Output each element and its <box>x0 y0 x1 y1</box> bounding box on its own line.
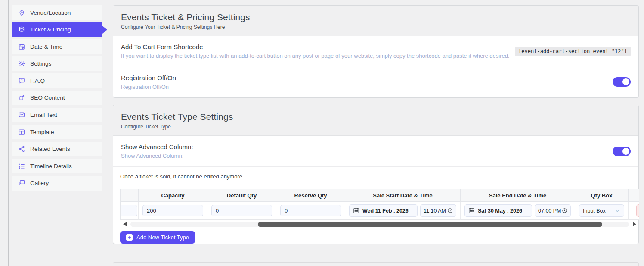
sidebar-item-label: Email Text <box>30 112 57 118</box>
shortcode-row: Add To Cart Form Shortcode If you want t… <box>113 36 638 66</box>
sale-end-time-picker[interactable]: 07:00 PM <box>535 204 571 217</box>
ticket-type-panel-title: Events Ticket Type Settings <box>121 112 631 122</box>
registration-label: Registration Off/On <box>121 74 176 81</box>
toggle-knob <box>622 78 629 85</box>
ticket-type-panel-header: Events Ticket Type Settings Configure Ti… <box>113 105 638 136</box>
table-horizontal-scrollbar <box>120 222 639 227</box>
sidebar-item-label: Template <box>30 129 54 135</box>
capacity-input[interactable] <box>142 205 203 216</box>
ticket-type-table: Capacity Default Qty Reserve Qty Sale St… <box>120 189 639 220</box>
sidebar-item-venue-location[interactable]: Venue/Location <box>12 5 102 20</box>
sale-start-date-value: Wed 11 Feb , 2026 <box>362 208 409 214</box>
sidebar-item-label: Date & Time <box>30 44 62 50</box>
sidebar-item-seo-content[interactable]: SEO Content <box>12 91 102 105</box>
sidebar-item-label: Gallery <box>30 180 49 186</box>
ticket-sold-note: Once a ticket is sold, it cannot be edit… <box>120 173 638 180</box>
pricing-panel-header: Events Ticket & Pricing Settings Configu… <box>113 6 638 36</box>
sidebar-item-gallery[interactable]: Gallery <box>12 176 102 191</box>
advanced-column-row: Show Advanced Column: Show Advanced Colu… <box>113 136 638 167</box>
cell-reserve-qty <box>276 202 345 220</box>
sidebar-item-ticket-pricing[interactable]: Ticket & Pricing <box>12 22 102 37</box>
shortcode-labels: Add To Cart Form Shortcode If you want t… <box>121 43 510 59</box>
calendar-icon <box>468 207 475 214</box>
cell-sale-start: Wed 11 Feb , 2026 11:10 AM <box>345 202 461 220</box>
column-header-capacity: Capacity <box>139 189 207 202</box>
sale-start-time-picker[interactable]: 11:10 AM <box>420 204 456 217</box>
ticket-type-panel-subtitle: Configure Ticket Type <box>121 124 631 130</box>
sidebar-item-faq[interactable]: ? F.A.Q <box>12 73 102 88</box>
coins-icon <box>18 26 25 33</box>
clock-icon <box>562 208 567 213</box>
sidebar-item-timeline-details[interactable]: Timeline Details <box>12 159 102 173</box>
sidebar-item-label: Venue/Location <box>30 9 71 16</box>
add-button-label: Add New Ticket Type <box>136 234 189 241</box>
cell-qty-box: Input Box <box>575 202 629 220</box>
sidebar-item-label: Ticket & Pricing <box>30 26 71 33</box>
column-header-sale-start: Sale Start Date & Time <box>345 189 461 202</box>
qty-box-selected-value: Input Box <box>583 208 606 214</box>
pricing-panel-title: Events Ticket & Pricing Settings <box>121 12 631 22</box>
calendar-icon <box>353 207 359 214</box>
sidebar-item-related-events[interactable]: Related Events <box>12 142 102 156</box>
envelope-icon <box>18 111 25 119</box>
admin-rail <box>0 0 9 266</box>
gear-icon <box>18 60 25 67</box>
registration-row: Registration Off/On Registration Off/On <box>113 66 638 97</box>
clipped-ticket-input[interactable] <box>121 205 137 216</box>
next-panel-top-edge <box>113 262 639 266</box>
column-header-qty-box: Qty Box <box>575 189 629 202</box>
advanced-column-description: Show Advanced Column: <box>121 153 193 159</box>
sale-start-time-value: 11:10 AM <box>424 208 446 214</box>
advanced-column-labels: Show Advanced Column: Show Advanced Colu… <box>121 143 193 159</box>
sidebar-item-label: SEO Content <box>30 94 65 101</box>
share-network-icon <box>18 145 25 153</box>
plus-icon <box>126 234 133 241</box>
scroll-right-arrow[interactable] <box>633 222 636 226</box>
sidebar-item-label: F.A.Q <box>30 78 45 84</box>
sidebar-item-date-time[interactable]: Date & Time <box>12 39 102 54</box>
advanced-column-label: Show Advanced Column: <box>121 143 193 150</box>
scroll-left-arrow[interactable] <box>123 222 127 226</box>
photo-stack-icon <box>18 179 25 187</box>
pricing-settings-panel: Events Ticket & Pricing Settings Configu… <box>113 5 639 98</box>
ticket-table-zone: Once a ticket is sold, it cannot be edit… <box>113 167 638 244</box>
cell-sale-end: Sat 30 May , 2026 07:00 PM <box>461 202 575 220</box>
svg-text:?: ? <box>21 79 23 82</box>
column-header-clipped <box>121 189 139 202</box>
sale-end-time-value: 07:00 PM <box>538 208 561 214</box>
toggle-knob <box>622 148 629 155</box>
cell-default-qty <box>207 202 276 220</box>
sale-end-date-picker[interactable]: Sat 30 May , 2026 <box>464 204 532 217</box>
sale-end-date-value: Sat 30 May , 2026 <box>478 208 522 214</box>
sidebar-item-template[interactable]: Template <box>12 125 102 139</box>
seo-pen-icon <box>18 94 25 101</box>
delete-ticket-button-clipped[interactable] <box>636 204 639 217</box>
location-pin-icon <box>18 9 25 16</box>
advanced-column-toggle[interactable] <box>613 147 631 156</box>
settings-sidebar: Venue/Location Ticket & Pricing Date & T… <box>12 5 102 193</box>
column-header-reserve-qty: Reserve Qty <box>276 189 345 202</box>
cell-clipped-action <box>629 202 639 220</box>
calendar-clock-icon <box>18 43 25 50</box>
ticket-type-panel: Events Ticket Type Settings Configure Ti… <box>113 105 639 244</box>
shortcode-chip[interactable]: [event-add-cart-section event="12"] <box>515 47 631 56</box>
qty-box-select[interactable]: Input Box <box>579 204 624 217</box>
add-new-ticket-type-button[interactable]: Add New Ticket Type <box>120 231 195 244</box>
sale-start-date-picker[interactable]: Wed 11 Feb , 2026 <box>349 204 418 217</box>
sidebar-item-label: Related Events <box>30 146 70 152</box>
registration-description: Registration Off/On <box>121 84 176 90</box>
chat-question-icon: ? <box>18 77 25 84</box>
column-header-clipped-right <box>629 189 639 202</box>
chevron-down-icon <box>614 208 620 214</box>
default-qty-input[interactable] <box>211 205 272 216</box>
sidebar-item-label: Timeline Details <box>30 163 72 169</box>
cell-clipped-input <box>121 202 139 220</box>
reserve-qty-input[interactable] <box>280 205 341 216</box>
sidebar-item-email-text[interactable]: Email Text <box>12 108 102 122</box>
timeline-list-icon <box>18 163 25 170</box>
registration-toggle[interactable] <box>613 77 631 87</box>
column-header-sale-end: Sale End Date & Time <box>461 189 575 202</box>
scrollbar-thumb[interactable] <box>258 222 602 227</box>
column-header-default-qty: Default Qty <box>207 189 276 202</box>
sidebar-item-settings[interactable]: Settings <box>12 56 102 71</box>
